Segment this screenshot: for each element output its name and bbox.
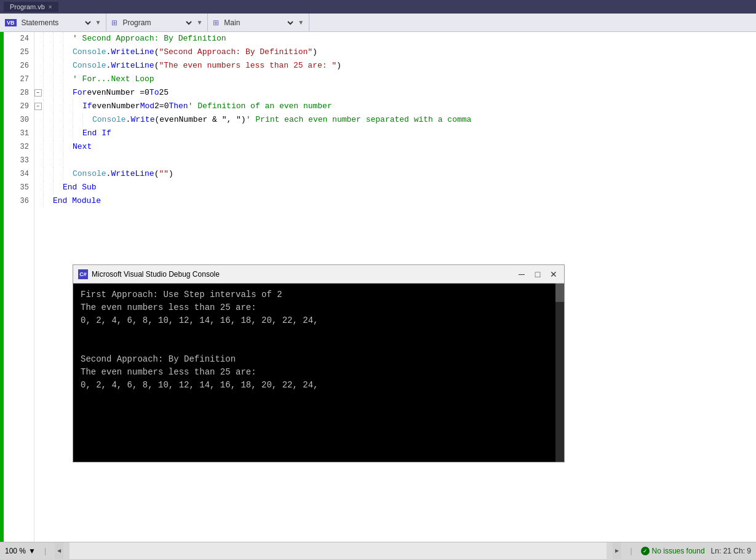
indent-guide — [63, 100, 73, 113]
indent-guide — [82, 113, 92, 127]
program-dropdown[interactable]: Program — [120, 18, 194, 28]
code-line: Console.WriteLine("Second Approach: By D… — [34, 46, 756, 59]
console-line: 0, 2, 4, 6, 8, 10, 12, 14, 16, 18, 20, 2… — [81, 379, 557, 392]
collapse-button[interactable]: − — [34, 89, 42, 97]
line-number: 30 — [9, 113, 29, 127]
code-line: −For evenNumber = 0 To 25 — [34, 86, 756, 100]
console-line: First Approach: Use Step intervals of 2 — [81, 288, 557, 301]
main-arrow: ▼ — [298, 19, 304, 26]
collapse-button[interactable]: − — [34, 103, 42, 110]
token-black: . — [106, 59, 111, 73]
main-dropdown[interactable]: Main — [221, 18, 295, 28]
indent-guide — [43, 167, 53, 181]
token-black: ) — [336, 59, 341, 73]
indent-guide — [53, 181, 63, 194]
indent-guide — [53, 59, 63, 73]
token-black: ) — [169, 167, 173, 181]
line-number: 33 — [9, 154, 29, 167]
line-number: 26 — [9, 59, 29, 73]
console-scrollbar[interactable] — [555, 283, 564, 462]
program-arrow: ▼ — [196, 19, 202, 26]
token-obj: Console — [73, 46, 106, 59]
token-black: . — [126, 113, 131, 127]
status-ok-section: ✓ No issues found — [641, 547, 705, 555]
scroll-right-arrow[interactable]: ▶ — [613, 542, 621, 559]
nav-bar: VB Statements ▼ ⊞ Program ▼ ⊞ Main ▼ — [0, 14, 756, 32]
indent-guide — [63, 113, 73, 127]
indent-guide — [53, 32, 63, 46]
statements-dropdown[interactable]: Statements — [19, 18, 93, 28]
code-line: End If — [34, 127, 756, 140]
token-obj: Console — [73, 167, 106, 181]
code-line: End Sub — [34, 181, 756, 194]
token-num: 25 — [159, 86, 169, 100]
token-kw: To — [149, 86, 159, 100]
line-number: 24 — [9, 32, 29, 46]
line-numbers: 24252627282930313233343536 — [4, 32, 34, 542]
indent-guide — [53, 113, 63, 127]
token-comment: ' Print each even number separated with … — [246, 113, 472, 127]
file-tab[interactable]: Program.vb × — [4, 2, 58, 12]
indent-guide — [63, 32, 73, 46]
line-number: 25 — [9, 46, 29, 59]
file-tab-close[interactable]: × — [49, 4, 52, 10]
indent-guide — [53, 100, 63, 113]
console-close-button[interactable]: ✕ — [548, 269, 559, 280]
indent-guide — [73, 100, 82, 113]
token-kw: For — [73, 86, 87, 100]
token-str: "Second Approach: By Definition" — [159, 46, 312, 59]
program-icon: ⊞ — [111, 18, 117, 27]
zoom-section: 100 % ▼ — [5, 547, 36, 555]
token-black: = — [159, 100, 164, 113]
line-number: 29 — [9, 100, 29, 113]
scroll-track[interactable] — [70, 542, 607, 559]
title-bar: Program.vb × — [0, 0, 756, 14]
statements-section: VB Statements ▼ — [0, 14, 106, 31]
token-comment: ' Second Approach: By Definition — [73, 32, 226, 46]
main-section: ⊞ Main ▼ — [208, 14, 309, 31]
console-line: The even numbers less than 25 are: — [81, 301, 557, 314]
token-obj: Console — [73, 59, 106, 73]
indent-guide — [53, 154, 63, 167]
code-line: Next — [34, 140, 756, 154]
console-titlebar: C# Microsoft Visual Studio Debug Console… — [73, 265, 564, 283]
line-number: 35 — [9, 181, 29, 194]
main-icon: ⊞ — [213, 18, 219, 27]
indent-guide — [43, 154, 53, 167]
token-comment: ' For...Next Loop — [73, 73, 154, 86]
token-kw: End Module — [53, 194, 101, 208]
indent-guide — [43, 127, 53, 140]
indent-guide — [63, 140, 73, 154]
code-line: Console.WriteLine("The even numbers less… — [34, 59, 756, 73]
console-scroll-thumb[interactable] — [555, 283, 564, 302]
code-line: End Module — [34, 194, 756, 208]
token-comment: ' Definition of an even number — [188, 100, 332, 113]
token-kw: Mod — [140, 100, 154, 113]
indent-guide — [43, 113, 53, 127]
console-body: First Approach: Use Step intervals of 2T… — [73, 283, 564, 462]
token-str: "" — [159, 167, 169, 181]
console-maximize-button[interactable]: □ — [532, 269, 543, 280]
status-separator2: | — [630, 547, 632, 555]
line-number: 27 — [9, 73, 29, 86]
token-obj: Console — [92, 113, 126, 127]
token-black: ) — [312, 46, 317, 59]
indent-guide — [63, 73, 73, 86]
indent-guide — [53, 46, 63, 59]
status-separator: | — [44, 547, 46, 555]
console-icon: C# — [78, 269, 88, 279]
status-bar: 100 % ▼ | ◀ ▶ | ✓ No issues found Ln: 21… — [0, 542, 756, 559]
zoom-arrow[interactable]: ▼ — [28, 547, 36, 555]
console-line: The even numbers less than 25 are: — [81, 366, 557, 379]
console-line — [81, 327, 557, 340]
vb-icon: VB — [5, 19, 17, 26]
code-line: −If evenNumber Mod 2 = 0 Then ' Definiti… — [34, 100, 756, 113]
code-line: Console.Write(evenNumber & ", ") ' Print… — [34, 113, 756, 127]
console-title: Microsoft Visual Studio Debug Console — [92, 270, 512, 279]
console-minimize-button[interactable]: ─ — [516, 269, 527, 280]
token-kw: WriteLine — [111, 167, 154, 181]
file-tab-label: Program.vb — [10, 3, 45, 10]
scroll-left-arrow[interactable]: ◀ — [55, 542, 63, 559]
indent-guide — [63, 127, 73, 140]
indent-guide — [53, 86, 63, 100]
